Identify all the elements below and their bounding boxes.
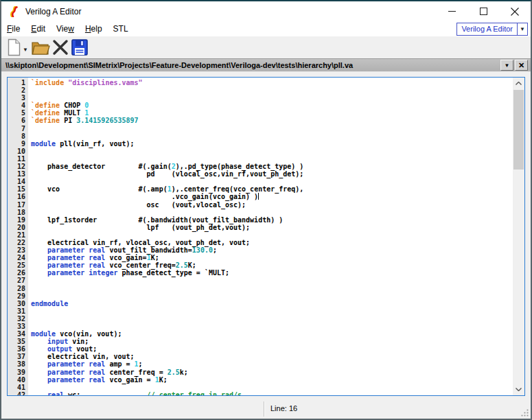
minimize-icon xyxy=(448,8,456,15)
code-line[interactable]: real wc; // center freq in rad/s xyxy=(31,391,513,395)
close-tab-button[interactable]: ✕ xyxy=(515,60,528,71)
line-number: 3 xyxy=(8,94,28,102)
close-file-button[interactable] xyxy=(51,38,70,57)
scrollbar-thumb[interactable] xyxy=(513,90,524,170)
save-button[interactable] xyxy=(70,38,89,57)
code-line[interactable] xyxy=(31,277,513,284)
code-line[interactable]: `define MULT 1 xyxy=(31,109,513,117)
simetrix-logo-icon xyxy=(9,6,20,17)
code-line[interactable]: phase_detector #(.gain(2),.pd_type(phase… xyxy=(31,163,513,170)
code-editor: 1234567891011121314151617181920212223242… xyxy=(7,77,525,396)
line-number: 10 xyxy=(8,148,28,155)
menu-item-edit[interactable]: Edit xyxy=(25,23,51,36)
code-line[interactable] xyxy=(31,384,513,391)
code-line[interactable]: parameter real amp = 1; xyxy=(31,360,513,368)
code-line[interactable] xyxy=(31,307,513,315)
line-number: 38 xyxy=(8,360,28,368)
line-number: 21 xyxy=(8,231,28,239)
code-line[interactable] xyxy=(31,315,513,323)
file-list-dropdown-button[interactable]: ▼ xyxy=(500,60,513,71)
code-line[interactable]: module pll(vin_rf, vout); xyxy=(31,140,513,148)
code-line[interactable] xyxy=(31,155,513,163)
code-line[interactable] xyxy=(31,132,513,140)
code-line[interactable] xyxy=(31,94,513,102)
code-line[interactable]: `define CHOP 0 xyxy=(31,102,513,109)
line-number: 36 xyxy=(8,345,28,353)
title-bar: Verilog A Editor xyxy=(1,1,531,21)
code-line[interactable]: parameter integer phase_detect_type = `M… xyxy=(31,269,513,277)
code-line[interactable]: parameter real center_freq = 2.5k; xyxy=(31,369,513,376)
scroll-down-button[interactable] xyxy=(513,384,524,395)
line-number: 41 xyxy=(8,384,28,391)
code-line[interactable] xyxy=(31,86,513,94)
code-line[interactable] xyxy=(31,125,513,132)
menu-item-help[interactable]: Help xyxy=(80,23,108,36)
document-selector-combobox[interactable]: Verilog A Editor ▼ xyxy=(456,23,528,36)
code-line[interactable] xyxy=(31,209,513,216)
line-number: 2 xyxy=(8,86,28,94)
maximize-button[interactable] xyxy=(467,1,499,21)
dropdown-arrow-icon: ▼ xyxy=(505,62,510,69)
line-number: 4 xyxy=(8,102,28,109)
code-line[interactable]: electrical vin, vout; xyxy=(31,353,513,360)
code-line[interactable]: `include "disciplines.vams" xyxy=(31,79,513,86)
line-number: 20 xyxy=(8,224,28,231)
line-number-gutter: 1234567891011121314151617181920212223242… xyxy=(8,78,28,395)
code-line[interactable]: input vin; xyxy=(31,338,513,345)
code-line[interactable]: lpf (vout_ph_det,vout); xyxy=(31,224,513,231)
code-line[interactable]: parameter real vout_filt_bandwidth=130.0… xyxy=(31,246,513,254)
new-document-dropdown-arrow[interactable]: ▼ xyxy=(22,43,30,53)
minimize-button[interactable] xyxy=(436,1,467,21)
maximize-icon xyxy=(480,8,487,15)
code-line[interactable] xyxy=(31,285,513,292)
code-line[interactable]: osc (vout,vlocal_osc); xyxy=(31,201,513,209)
scroll-up-button[interactable] xyxy=(513,78,524,89)
code-line[interactable] xyxy=(31,178,513,185)
line-number: 39 xyxy=(8,369,28,376)
new-document-button[interactable] xyxy=(5,38,22,57)
new-document-icon xyxy=(6,38,21,56)
code-line[interactable]: endmodule xyxy=(31,300,513,307)
code-line[interactable]: `define PI 3.1415926535897 xyxy=(31,117,513,124)
line-number: 18 xyxy=(8,209,28,216)
open-file-button[interactable] xyxy=(30,38,51,57)
close-file-icon xyxy=(51,38,69,56)
line-number: 34 xyxy=(8,330,28,338)
code-line[interactable]: parameter real vco_gain = 1K; xyxy=(31,376,513,384)
file-path: \\skipton\Development\SIMetrix\Projects\… xyxy=(5,61,499,69)
chevron-down-icon[interactable]: ▼ xyxy=(517,23,527,35)
file-path-bar: \\skipton\Development\SIMetrix\Projects\… xyxy=(1,58,531,72)
code-line[interactable] xyxy=(31,323,513,330)
code-line[interactable]: parameter real vco_center_freq=2.5K; xyxy=(31,261,513,269)
line-number: 33 xyxy=(8,323,28,330)
line-number: 19 xyxy=(8,216,28,224)
code-line[interactable]: pd (vlocal_osc,vin_rf,vout_ph_det); xyxy=(31,170,513,178)
code-line[interactable] xyxy=(31,231,513,239)
document-selector-value: Verilog A Editor xyxy=(457,23,517,35)
resize-grip[interactable] xyxy=(520,408,529,417)
code-area[interactable]: `include "disciplines.vams"`define CHOP … xyxy=(28,78,513,395)
code-line[interactable]: vco #(.amp(1),.center_freq(vco_center_fr… xyxy=(31,185,513,193)
line-indicator: Line: 16 xyxy=(264,401,297,417)
line-number: 29 xyxy=(8,292,28,300)
code-line[interactable]: output vout; xyxy=(31,345,513,353)
verilog-editor-window: Verilog A Editor FileEditViewHelpSTL Ver… xyxy=(0,0,532,420)
code-line[interactable]: .vco_gain(vco_gain) ) xyxy=(31,193,513,200)
line-number: 37 xyxy=(8,353,28,360)
code-line[interactable] xyxy=(31,292,513,300)
code-line[interactable]: module vco(vin, vout); xyxy=(31,330,513,338)
menu-bar: FileEditViewHelpSTL Verilog A Editor ▼ xyxy=(1,21,531,36)
line-number: 14 xyxy=(8,178,28,185)
code-line[interactable]: electrical vin_rf, vlocal_osc, vout_ph_d… xyxy=(31,239,513,246)
menu-item-file[interactable]: File xyxy=(1,23,25,36)
menu-item-view[interactable]: View xyxy=(51,23,80,36)
menu-item-stl[interactable]: STL xyxy=(108,23,134,36)
line-number: 26 xyxy=(8,269,28,277)
close-button[interactable] xyxy=(499,1,531,21)
line-number: 40 xyxy=(8,376,28,384)
code-line[interactable]: parameter real vco_gain=1K; xyxy=(31,254,513,261)
code-line[interactable] xyxy=(31,148,513,155)
line-number: 15 xyxy=(8,185,28,193)
vertical-scrollbar[interactable] xyxy=(513,78,524,395)
code-line[interactable]: lpf_1storder #(.bandwidth(vout_filt_band… xyxy=(31,216,513,224)
